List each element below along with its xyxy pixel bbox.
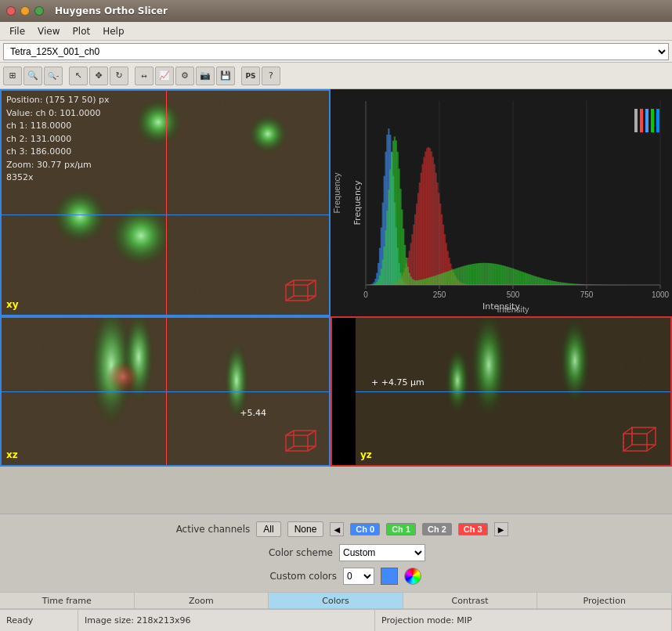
svg-line-16 [623,445,632,451]
menu-help[interactable]: Help [96,24,130,38]
toolbar-plot[interactable]: 📈 [155,67,174,85]
channels-prev[interactable]: ◀ [330,522,344,536]
tab-projection[interactable]: Projection [537,593,672,608]
toolbar-rotate[interactable]: ↻ [110,67,128,85]
svg-line-8 [286,431,294,435]
svg-line-15 [647,427,656,434]
color-wheel-button[interactable] [404,568,421,585]
menubar: File View Plot Help [0,22,672,41]
panel-xz-label: xz [6,449,18,460]
svg-line-11 [308,446,316,451]
ch0-button[interactable]: Ch 0 [350,523,380,535]
crosshair-horizontal-xz [2,391,329,392]
none-channels-button[interactable]: None [287,521,324,537]
ch3-button[interactable]: Ch 3 [458,523,488,535]
tab-colors[interactable]: Colors [269,593,403,608]
toolbar: ⊞ 🔍 🔍- ↖ ✥ ↻ ↔ 📈 ⚙ 📷 💾 PS ? [0,63,672,89]
histogram-y-label: Frequency [352,181,363,225]
minimize-button[interactable] [20,6,30,16]
file-select[interactable]: Tetra_125X_001_ch0 [3,43,669,60]
toolbar-export[interactable]: 💾 [216,67,235,85]
app: Huygens Ortho Slicer File View Plot Help… [0,0,672,631]
menu-plot[interactable]: Plot [67,24,97,38]
color-scheme-label: Color scheme [247,547,333,558]
3d-box-icon-xy [282,277,321,308]
ch2-button[interactable]: Ch 2 [422,523,452,535]
toolbar-ps[interactable]: PS [241,67,260,85]
crosshair-vertical-xy [166,91,167,315]
yz-depth-marker: + +4.75 μm [371,377,425,388]
histogram-canvas [331,89,672,316]
svg-line-2 [286,280,294,285]
tab-zoom[interactable]: Zoom [135,593,269,608]
active-channels-row: Active channels All None ◀ Ch 0 Ch 1 Ch … [0,519,672,539]
svg-line-4 [286,296,294,301]
panel-xy-info: Position: (175 17 50) px Value: ch 0: 10… [6,94,110,185]
window-title: Huygens Ortho Slicer [55,5,168,16]
svg-line-9 [308,431,316,435]
toolbar-settings[interactable]: ⚙ [175,67,194,85]
footer-tabs: Time frame Zoom Colors Contrast Projecti… [0,592,672,609]
histogram-x-label: Intensity [482,301,520,312]
toolbar-snapshot[interactable]: 📷 [196,67,215,85]
all-channels-button[interactable]: All [256,521,280,537]
channels-next[interactable]: ▶ [494,522,508,536]
status-image-size: Image size: 218x213x96 [78,610,375,631]
statusbar: Ready Image size: 218x213x96 Projection … [0,609,672,631]
color-scheme-row: Color scheme Custom [0,543,672,563]
tab-contrast[interactable]: Contrast [403,593,538,608]
maximize-button[interactable] [34,6,44,16]
menu-file[interactable]: File [3,24,31,38]
3d-box-icon-yz [620,424,663,459]
svg-line-5 [308,296,316,301]
crosshair-horizontal-xy [2,215,329,215]
active-channels-label: Active channels [164,524,250,535]
toolbar-cursor[interactable]: ↖ [69,67,88,85]
histogram-panel: Intensity Frequency [331,89,672,316]
panel-xy-label: xy [6,299,19,310]
ch1-button[interactable]: Ch 1 [386,523,416,535]
panel-yz-label: yz [360,449,372,460]
toolbar-help[interactable]: ? [262,67,280,85]
toolbar-zoom-in[interactable]: 🔍 [23,67,42,85]
panel-yz[interactable]: yz + +4.75 μm [331,316,672,467]
tab-timeframe[interactable]: Time frame [0,593,135,608]
toolbar-pan[interactable]: ✥ [89,67,108,85]
crosshair-horizontal-yz [356,391,670,392]
custom-colors-index-select[interactable]: 0 [343,568,374,585]
svg-line-3 [308,280,316,285]
svg-line-14 [623,427,632,434]
toolbar-zoom-fit[interactable]: ⊞ [3,67,22,85]
svg-line-17 [647,445,656,451]
yz-left-strip [332,318,356,465]
svg-line-10 [286,446,294,451]
panel-xy[interactable]: Position: (175 17 50) px Value: ch 0: 10… [0,89,331,316]
titlebar: Huygens Ortho Slicer [0,0,672,22]
toolbar-zoom-out[interactable]: 🔍- [44,67,63,85]
color-scheme-select[interactable]: Custom [339,544,425,561]
custom-colors-label: Custom colors [251,571,337,582]
toolbar-measure[interactable]: ↔ [135,67,154,85]
panel-xz[interactable]: xz +5.44 [0,316,331,467]
xz-depth-marker: +5.44 [240,408,266,418]
close-button[interactable] [6,6,16,16]
file-dropdown-bar: Tetra_125X_001_ch0 [0,41,672,63]
menu-view[interactable]: View [31,24,66,38]
panels-area: Position: (175 17 50) px Value: ch 0: 10… [0,89,672,514]
3d-box-icon-xz [282,427,321,459]
status-projection: Projection mode: MIP [375,610,672,631]
bottom-controls: Active channels All None ◀ Ch 0 Ch 1 Ch … [0,514,672,592]
custom-colors-row: Custom colors 0 [0,566,672,586]
status-ready: Ready [0,610,78,631]
color-swatch[interactable] [381,568,398,585]
